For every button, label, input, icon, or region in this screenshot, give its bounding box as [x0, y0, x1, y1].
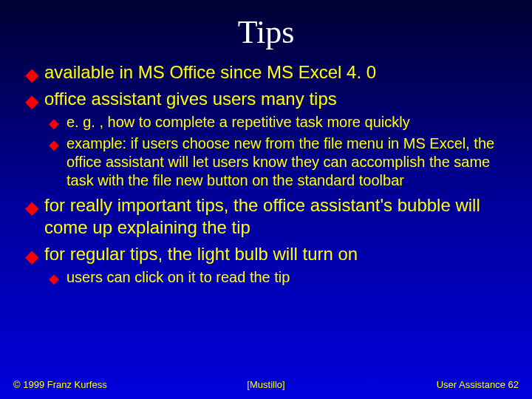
bullet-text: e. g. , how to complete a repetitive tas… — [66, 114, 410, 130]
bullet-level2: ◆ e. g. , how to complete a repetitive t… — [22, 113, 510, 132]
bullet-level2: ◆ users can click on it to read the tip — [22, 268, 510, 287]
slide-title: Tips — [0, 0, 532, 57]
slide-content: ◆ available in MS Office since MS Excel … — [0, 61, 532, 287]
footer-section: User Assistance — [437, 379, 505, 390]
bullet-text: office assistant gives users many tips — [44, 89, 337, 109]
bullet-text: example: if users choose new from the fi… — [66, 135, 494, 188]
bullet-level1: ◆ office assistant gives users many tips — [22, 88, 510, 110]
bullet-level1: ◆ available in MS Office since MS Excel … — [22, 61, 510, 83]
diamond-icon: ◆ — [49, 115, 59, 132]
bullet-text: users can click on it to read the tip — [66, 269, 290, 285]
slide: Tips ◆ available in MS Office since MS E… — [0, 0, 532, 399]
bullet-text: available in MS Office since MS Excel 4.… — [44, 62, 376, 82]
bullet-level2: ◆ example: if users choose new from the … — [22, 134, 510, 190]
diamond-icon: ◆ — [25, 90, 38, 112]
diamond-icon: ◆ — [25, 197, 38, 219]
bullet-text: for really important tips, the office as… — [44, 195, 480, 237]
diamond-icon: ◆ — [25, 245, 38, 267]
bullet-level1: ◆ for really important tips, the office … — [22, 194, 510, 239]
bullet-level1: ◆ for regular tips, the light bulb will … — [22, 243, 510, 265]
footer-page: User Assistance 62 — [437, 379, 519, 390]
bullet-text: for regular tips, the light bulb will tu… — [44, 244, 358, 264]
diamond-icon: ◆ — [49, 137, 59, 154]
footer-page-number: 62 — [508, 379, 519, 390]
diamond-icon: ◆ — [25, 64, 38, 86]
diamond-icon: ◆ — [49, 270, 59, 287]
